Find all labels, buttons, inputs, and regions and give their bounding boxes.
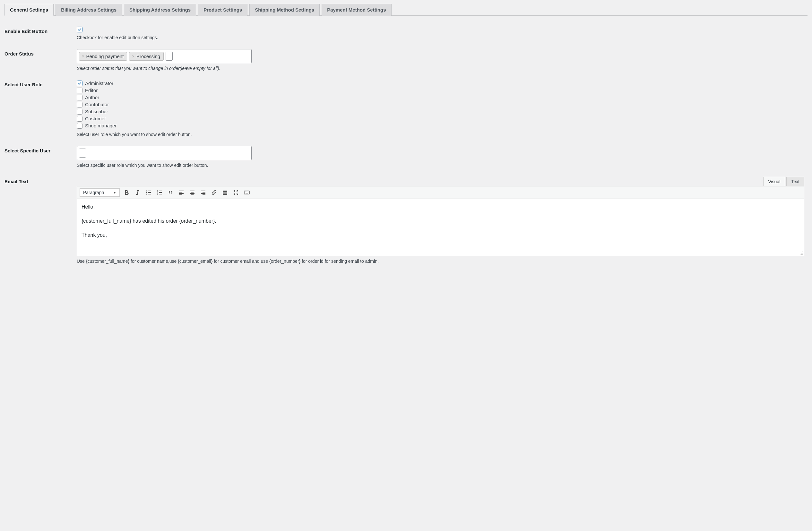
- tab-general-settings[interactable]: General Settings: [4, 4, 54, 16]
- align-right-button[interactable]: [199, 189, 207, 196]
- svg-rect-11: [159, 194, 162, 194]
- role-label: Shop manager: [85, 122, 116, 129]
- bullet-list-icon: [145, 189, 152, 196]
- svg-rect-31: [248, 192, 248, 192]
- svg-rect-3: [148, 192, 151, 193]
- specific-user-input[interactable]: [79, 149, 86, 158]
- email-text-description: Use {customer_full_name} for customer na…: [77, 259, 804, 264]
- settings-tabs: General Settings Billing Address Setting…: [4, 4, 808, 16]
- editor-toolbar: Paragraph ▼ 123: [77, 186, 804, 199]
- svg-point-36: [800, 254, 800, 255]
- svg-rect-32: [246, 193, 248, 193]
- svg-point-34: [801, 253, 802, 253]
- format-dropdown[interactable]: Paragraph ▼: [79, 188, 120, 197]
- checkmark-icon: [77, 27, 82, 32]
- role-label: Editor: [85, 87, 98, 94]
- svg-rect-19: [191, 194, 194, 195]
- svg-point-35: [802, 253, 803, 253]
- specific-user-label: Select Specific User: [4, 142, 77, 172]
- role-checkbox-subscriber[interactable]: [77, 109, 83, 115]
- email-text-label: Email Text: [4, 172, 77, 268]
- svg-point-33: [802, 252, 803, 252]
- tab-product-settings[interactable]: Product Settings: [198, 4, 247, 16]
- tab-shipping-method-settings[interactable]: Shipping Method Settings: [249, 4, 320, 16]
- align-right-icon: [200, 189, 206, 196]
- toolbar-toggle-button[interactable]: [243, 189, 251, 196]
- role-checkbox-administrator[interactable]: [77, 80, 83, 86]
- svg-rect-7: [159, 191, 162, 191]
- svg-rect-20: [201, 191, 205, 191]
- read-more-icon: [222, 189, 228, 196]
- svg-rect-15: [179, 194, 182, 195]
- tab-shipping-address-settings[interactable]: Shipping Address Settings: [124, 4, 196, 16]
- enable-edit-description: Checkbox for enable edit button settings…: [77, 35, 804, 40]
- order-status-tag-processing: × Processing: [129, 52, 164, 61]
- role-checkbox-shop-manager[interactable]: [77, 123, 83, 129]
- bold-icon: [124, 189, 130, 196]
- svg-rect-13: [179, 192, 182, 192]
- order-status-tag-pending: × Pending payment: [79, 52, 127, 61]
- link-icon: [211, 189, 217, 196]
- svg-point-0: [146, 191, 147, 192]
- svg-rect-25: [223, 192, 227, 193]
- svg-rect-14: [179, 193, 184, 194]
- user-role-description: Select user role which you want to show …: [77, 132, 804, 137]
- role-checkbox-editor[interactable]: [77, 88, 83, 93]
- user-role-list: Administrator Editor Author: [77, 80, 804, 129]
- svg-text:3: 3: [157, 193, 158, 195]
- remove-tag-icon[interactable]: ×: [82, 54, 84, 58]
- order-status-input[interactable]: [165, 51, 173, 61]
- svg-point-38: [802, 254, 803, 255]
- role-label: Subscriber: [85, 108, 108, 115]
- resize-grip-icon[interactable]: [799, 251, 803, 255]
- bold-button[interactable]: [123, 189, 131, 196]
- tab-payment-method-settings[interactable]: Payment Method Settings: [322, 4, 391, 16]
- email-body-line: {customer_full_name} has edited his orde…: [82, 218, 799, 224]
- link-button[interactable]: [210, 189, 218, 196]
- align-center-icon: [189, 189, 195, 196]
- enable-edit-checkbox[interactable]: [77, 27, 83, 32]
- order-status-label: Order Status: [4, 45, 77, 75]
- order-status-multiselect[interactable]: × Pending payment × Processing: [77, 49, 252, 63]
- read-more-button[interactable]: [221, 189, 229, 196]
- svg-point-37: [801, 254, 802, 255]
- quote-icon: [167, 189, 174, 196]
- svg-point-2: [146, 192, 147, 193]
- fullscreen-icon: [233, 189, 239, 196]
- svg-rect-23: [203, 194, 205, 195]
- tag-label: Processing: [136, 54, 160, 59]
- svg-rect-17: [191, 192, 194, 192]
- align-left-button[interactable]: [177, 189, 185, 196]
- bullet-list-button[interactable]: [145, 189, 153, 196]
- svg-rect-12: [179, 191, 184, 191]
- role-checkbox-contributor[interactable]: [77, 102, 83, 107]
- italic-button[interactable]: [134, 189, 142, 196]
- fullscreen-button[interactable]: [232, 189, 240, 196]
- format-dropdown-label: Paragraph: [83, 190, 104, 195]
- remove-tag-icon[interactable]: ×: [132, 54, 134, 58]
- svg-rect-1: [148, 191, 151, 191]
- align-left-icon: [178, 189, 185, 196]
- role-label: Administrator: [85, 80, 113, 87]
- svg-rect-21: [203, 192, 205, 192]
- blockquote-button[interactable]: [166, 189, 174, 196]
- role-checkbox-author[interactable]: [77, 95, 83, 100]
- settings-form: Enable Edit Button Checkbox for enable e…: [4, 22, 808, 268]
- editor-tab-visual[interactable]: Visual: [763, 177, 785, 186]
- editor-content[interactable]: Hello, {customer_full_name} has edited h…: [77, 199, 804, 250]
- align-center-button[interactable]: [188, 189, 196, 196]
- numbered-list-button[interactable]: 123: [156, 189, 163, 196]
- user-role-label: Select User Role: [4, 75, 77, 142]
- tab-billing-address-settings[interactable]: Billing Address Settings: [56, 4, 122, 16]
- svg-rect-24: [223, 191, 227, 192]
- svg-rect-26: [223, 193, 227, 195]
- email-body-line: Thank you,: [82, 232, 799, 238]
- editor-statusbar: [77, 250, 804, 256]
- svg-rect-16: [190, 191, 194, 191]
- editor-tab-text[interactable]: Text: [786, 177, 804, 186]
- specific-user-multiselect[interactable]: [77, 146, 252, 160]
- chevron-down-icon: ▼: [113, 191, 116, 194]
- role-label: Contributor: [85, 101, 109, 108]
- role-checkbox-customer[interactable]: [77, 116, 83, 122]
- order-status-description: Select order status that you want to cha…: [77, 66, 804, 71]
